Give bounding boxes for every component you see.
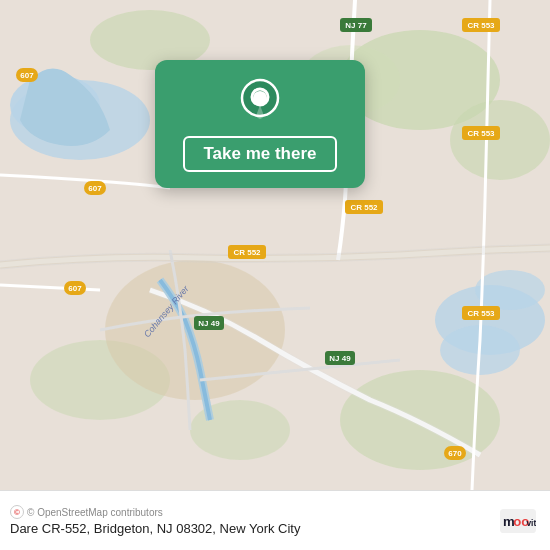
svg-text:CR 552: CR 552 — [350, 203, 378, 212]
svg-text:CR 553: CR 553 — [467, 309, 495, 318]
location-card: Take me there — [155, 60, 365, 188]
svg-text:607: 607 — [68, 284, 82, 293]
bottom-bar: © © OpenStreetMap contributors Dare CR-5… — [0, 490, 550, 550]
svg-text:NJ 49: NJ 49 — [329, 354, 351, 363]
svg-text:607: 607 — [88, 184, 102, 193]
location-pin-icon — [236, 78, 284, 126]
svg-point-13 — [105, 260, 285, 400]
osm-logo-icon: © — [10, 505, 24, 519]
osm-credit: © © OpenStreetMap contributors — [10, 505, 300, 519]
svg-text:CR 553: CR 553 — [467, 21, 495, 30]
svg-text:607: 607 — [20, 71, 34, 80]
osm-credit-text: © OpenStreetMap contributors — [27, 507, 163, 518]
svg-text:670: 670 — [448, 449, 462, 458]
moovit-logo: m oo vit — [500, 503, 536, 539]
svg-point-43 — [257, 94, 264, 101]
svg-text:CR 552: CR 552 — [233, 248, 261, 257]
take-me-there-button[interactable]: Take me there — [183, 136, 336, 172]
bottom-left-info: © © OpenStreetMap contributors Dare CR-5… — [10, 505, 300, 536]
address-text: Dare CR-552, Bridgeton, NJ 08302, New Yo… — [10, 521, 300, 536]
map-container: NJ 77 CR 553 607 CR 553 607 CR 552 CR 55… — [0, 0, 550, 490]
svg-text:NJ 77: NJ 77 — [345, 21, 367, 30]
svg-text:CR 553: CR 553 — [467, 129, 495, 138]
svg-text:NJ 49: NJ 49 — [198, 319, 220, 328]
svg-point-4 — [475, 270, 545, 310]
svg-text:vit: vit — [526, 517, 536, 527]
